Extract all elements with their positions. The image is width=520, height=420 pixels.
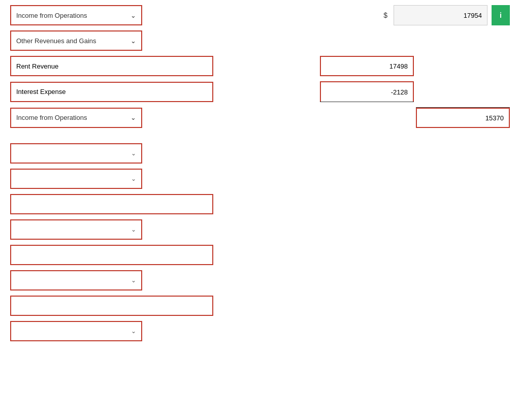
empty-text-row-1 — [10, 194, 510, 214]
income-from-operations-2-dropdown[interactable]: Income from Operations ⌄ — [10, 108, 142, 128]
empty-text-input-1[interactable] — [10, 194, 213, 214]
rent-revenue-row — [10, 56, 510, 76]
empty-dropdown-row-4: ⌄ — [10, 270, 510, 290]
dollar-sign: $ — [383, 11, 387, 19]
interest-expense-value-input[interactable] — [320, 81, 414, 102]
income-from-operations-2-label: Income from Operations — [16, 114, 87, 121]
chevron-down-icon-5: ⌄ — [131, 175, 136, 182]
header-value-area: $ i — [383, 5, 510, 25]
chevron-down-icon-6: ⌄ — [131, 226, 136, 233]
empty-text-input-2[interactable] — [10, 245, 213, 265]
info-icon: i — [500, 11, 502, 19]
spacer-1 — [10, 133, 510, 143]
rent-revenue-value-area — [320, 56, 414, 76]
empty-dropdown-5[interactable]: ⌄ — [10, 321, 142, 341]
income-from-operations-value-input[interactable] — [394, 5, 488, 25]
interest-expense-value-area — [320, 81, 414, 102]
empty-dropdown-3[interactable]: ⌄ — [10, 219, 142, 240]
other-revenues-dropdown[interactable]: Other Revenues and Gains ⌄ — [10, 30, 142, 51]
rent-revenue-input[interactable] — [10, 56, 213, 76]
income-total-value-area — [416, 107, 510, 128]
income-from-operations-2-row: Income from Operations ⌄ — [10, 107, 510, 128]
empty-dropdown-row-2: ⌄ — [10, 169, 510, 189]
empty-dropdown-row-1: ⌄ — [10, 143, 510, 164]
income-from-operations-dropdown[interactable]: Income from Operations ⌄ — [10, 5, 142, 25]
chevron-down-icon-7: ⌄ — [131, 277, 136, 284]
empty-dropdown-row-5: ⌄ — [10, 321, 510, 341]
other-revenues-label: Other Revenues and Gains — [16, 37, 96, 45]
rent-revenue-value-input[interactable] — [320, 56, 414, 76]
chevron-down-icon-8: ⌄ — [131, 328, 136, 335]
chevron-down-icon: ⌄ — [131, 12, 136, 19]
income-from-operations-row: Income from Operations ⌄ $ i — [10, 5, 510, 25]
chevron-down-icon-3: ⌄ — [131, 114, 136, 121]
income-from-operations-label: Income from Operations — [16, 12, 87, 19]
empty-text-row-2 — [10, 245, 510, 265]
chevron-down-icon-4: ⌄ — [131, 150, 136, 157]
chevron-down-icon-2: ⌄ — [131, 37, 136, 45]
empty-dropdown-4[interactable]: ⌄ — [10, 270, 142, 290]
interest-expense-input[interactable] — [10, 82, 213, 102]
info-button[interactable]: i — [492, 5, 510, 25]
empty-text-input-3[interactable] — [10, 296, 213, 316]
income-total-value-input[interactable] — [416, 108, 510, 128]
empty-dropdown-2[interactable]: ⌄ — [10, 169, 142, 189]
empty-text-row-3 — [10, 296, 510, 316]
empty-dropdown-row-3: ⌄ — [10, 219, 510, 240]
other-revenues-row: Other Revenues and Gains ⌄ — [10, 30, 510, 51]
empty-dropdown-1[interactable]: ⌄ — [10, 143, 142, 164]
interest-expense-row — [10, 81, 510, 102]
